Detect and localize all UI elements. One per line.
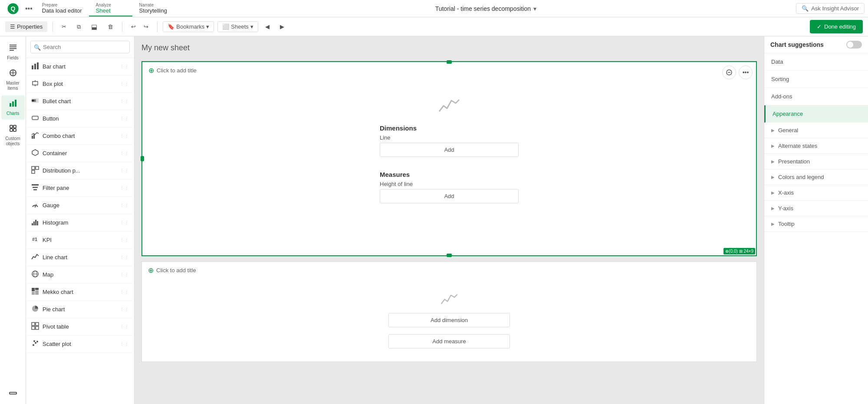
properties-button[interactable]: ☰ Properties — [5, 21, 47, 32]
right-nav-sorting[interactable]: Sorting — [764, 71, 868, 88]
search-input[interactable] — [30, 41, 130, 53]
scatter-plot-drag[interactable]: ⋮⋮ — [119, 341, 129, 347]
bullet-chart-drag[interactable]: ⋮⋮ — [119, 98, 129, 104]
sidebar-item-master-items[interactable]: Master items — [1, 65, 25, 94]
container-drag[interactable]: ⋮⋮ — [119, 150, 129, 156]
redo-button[interactable]: ↪ — [140, 22, 152, 32]
chart-item-container[interactable]: Container ⋮⋮ — [26, 145, 134, 162]
add-measure-button-2[interactable]: Add measure — [388, 334, 510, 349]
pivot-table-icon — [31, 322, 43, 331]
accordion-tooltip-header[interactable]: ▶ Tooltip — [764, 216, 868, 231]
accordion-colors-legend-header[interactable]: ▶ Colors and legend — [764, 169, 868, 185]
dimensions-title: Dimensions — [380, 124, 519, 132]
button-label: Button — [43, 115, 119, 122]
add-dimension-button-2[interactable]: Add dimension — [388, 313, 510, 327]
box-plot-drag[interactable]: ⋮⋮ — [119, 81, 129, 87]
kpi-icon: #1 — [31, 235, 43, 244]
accordion-x-axis-header[interactable]: ▶ X-axis — [764, 185, 868, 200]
svg-rect-28 — [32, 136, 33, 139]
nav-tab-analyze[interactable]: Analyze Sheet — [89, 1, 132, 16]
bar-chart-drag[interactable]: ⋮⋮ — [119, 64, 129, 69]
done-editing-button[interactable]: ✓ Done editing — [810, 20, 863, 33]
chart-more-button[interactable]: ••• — [739, 65, 753, 79]
scatter-plot-label: Scatter plot — [43, 341, 119, 347]
right-nav-sorting-label: Sorting — [771, 76, 789, 82]
search-wrapper: 🔍 — [30, 41, 130, 53]
chart-item-pie-chart[interactable]: Pie chart ⋮⋮ — [26, 301, 134, 318]
chart-item-gauge[interactable]: Gauge ⋮⋮ — [26, 197, 134, 214]
chart-item-line-chart[interactable]: Line chart ⋮⋮ — [26, 249, 134, 266]
ask-insight-advisor-btn[interactable]: 🔍 Ask Insight Advisor — [796, 3, 865, 14]
chart-item-filter-pane[interactable]: Filter pane ⋮⋮ — [26, 179, 134, 197]
chart-widget-2-title[interactable]: ⊕ Click to add title — [142, 262, 756, 279]
undo-redo-group: ↩ ↪ — [128, 22, 152, 32]
chart-widget-2[interactable]: ⊕ Click to add title Add dimension Add m… — [141, 261, 757, 362]
prev-sheet-button[interactable]: ◀ — [262, 22, 273, 32]
undo-button[interactable]: ↩ — [128, 22, 139, 32]
histogram-icon — [31, 218, 43, 227]
nav-menu-dots[interactable]: ••• — [23, 5, 35, 13]
sidebar-item-fields[interactable]: Fields — [1, 40, 25, 64]
filter-pane-icon — [31, 183, 43, 192]
master-items-icon — [9, 68, 17, 79]
chart-item-map[interactable]: Map ⋮⋮ — [26, 266, 134, 283]
sidebar-item-custom-objects[interactable]: Custom objects — [1, 121, 25, 150]
accordion-presentation-header[interactable]: ▶ Presentation — [764, 154, 868, 169]
chart-item-mekko-chart[interactable]: Mekko chart ⋮⋮ — [26, 283, 134, 301]
map-drag[interactable]: ⋮⋮ — [119, 272, 129, 277]
chart-item-distribution-plot[interactable]: Distribution p... ⋮⋮ — [26, 162, 134, 179]
chart-item-box-plot[interactable]: Box plot ⋮⋮ — [26, 75, 134, 93]
resize-handle-bottom[interactable] — [447, 254, 452, 257]
chart-item-histogram[interactable]: Histogram ⋮⋮ — [26, 214, 134, 231]
chart-item-kpi[interactable]: #1 KPI ⋮⋮ — [26, 231, 134, 249]
chart-item-scatter-plot[interactable]: Scatter plot ⋮⋮ — [26, 336, 134, 353]
svg-rect-20 — [33, 81, 38, 85]
chart-widget-2-body: Add dimension Add measure — [142, 279, 756, 362]
sidebar-item-bottom[interactable] — [1, 383, 25, 401]
delete-button[interactable]: 🗑 — [104, 22, 117, 32]
nav-right: 🔍 Ask Insight Advisor — [796, 3, 865, 14]
bookmarks-button[interactable]: 🔖 Bookmarks ▾ — [163, 21, 214, 32]
filter-pane-drag[interactable]: ⋮⋮ — [119, 185, 129, 191]
right-nav-addons[interactable]: Add-ons — [764, 88, 868, 105]
accordion-alternate-states-header[interactable]: ▶ Alternate states — [764, 138, 868, 153]
chart-item-bullet-chart[interactable]: Bullet chart ⋮⋮ — [26, 93, 134, 110]
nav-tab-narrate[interactable]: Narrate Storytelling — [132, 1, 176, 16]
app-title-chevron[interactable]: ▾ — [533, 5, 536, 12]
right-nav-data[interactable]: Data — [764, 53, 868, 71]
resize-handle-top[interactable] — [447, 60, 452, 64]
accordion-general-header[interactable]: ▶ General — [764, 123, 868, 138]
chart-expand-button[interactable] — [722, 65, 736, 79]
sheets-button[interactable]: ⬜ Sheets ▾ — [217, 21, 258, 32]
cut-button[interactable]: ✂ — [58, 22, 70, 32]
chart-item-combo-chart[interactable]: Combo chart ⋮⋮ — [26, 127, 134, 145]
button-drag[interactable]: ⋮⋮ — [119, 116, 129, 121]
svg-rect-31 — [32, 166, 35, 169]
chart-item-bar-chart[interactable]: Bar chart ⋮⋮ — [26, 58, 134, 75]
resize-handle-left[interactable] — [141, 156, 144, 161]
nav-tab-prepare[interactable]: Prepare Data load editor — [35, 1, 89, 16]
add-dimension-button[interactable]: Add — [380, 143, 519, 157]
copy-button[interactable]: ⧉ — [73, 22, 84, 32]
right-panel-toggle[interactable] — [846, 41, 862, 49]
histogram-drag[interactable]: ⋮⋮ — [119, 220, 129, 225]
chart-widget-1[interactable]: ⊕ Click to add title ••• Dimensi — [141, 61, 757, 256]
chart-item-pivot-table[interactable]: Pivot table ⋮⋮ — [26, 318, 134, 336]
chart-item-button[interactable]: Button ⋮⋮ — [26, 110, 134, 127]
add-measure-button[interactable]: Add — [380, 189, 519, 203]
kpi-drag[interactable]: ⋮⋮ — [119, 237, 129, 243]
combo-chart-drag[interactable]: ⋮⋮ — [119, 133, 129, 139]
right-nav-appearance[interactable]: Appearance — [764, 105, 868, 123]
next-sheet-button[interactable]: ▶ — [276, 22, 288, 32]
pie-chart-drag[interactable]: ⋮⋮ — [119, 306, 129, 312]
mekko-chart-drag[interactable]: ⋮⋮ — [119, 289, 129, 295]
distribution-plot-drag[interactable]: ⋮⋮ — [119, 168, 129, 173]
line-chart-drag[interactable]: ⋮⋮ — [119, 254, 129, 260]
pivot-table-drag[interactable]: ⋮⋮ — [119, 324, 129, 329]
accordion-y-axis-header[interactable]: ▶ Y-axis — [764, 201, 868, 216]
svg-rect-18 — [34, 64, 36, 69]
gauge-drag[interactable]: ⋮⋮ — [119, 202, 129, 208]
chart-widget-1-title[interactable]: ⊕ Click to add title — [142, 62, 756, 79]
paste-button[interactable]: ⬓ — [88, 21, 101, 33]
sidebar-item-charts[interactable]: Charts — [1, 95, 25, 120]
